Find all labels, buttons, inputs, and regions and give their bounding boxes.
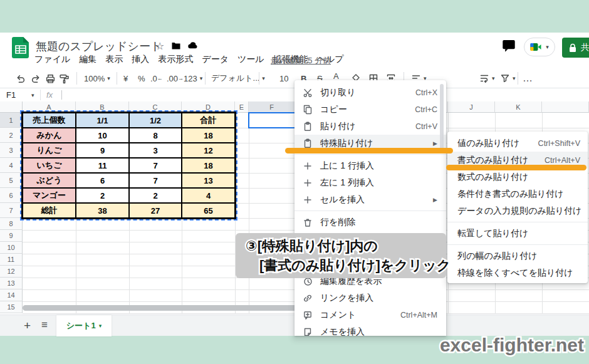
menu-item-7[interactable]: ツール bbox=[233, 54, 269, 65]
column-header-K[interactable]: K bbox=[495, 101, 542, 113]
table-cell-r7c1[interactable]: 総計 bbox=[23, 203, 76, 218]
table-cell-r7c3[interactable]: 27 bbox=[129, 203, 182, 218]
table-cell-r6c4[interactable]: 4 bbox=[182, 188, 235, 203]
table-cell-r1c3[interactable]: 1/2 bbox=[129, 113, 182, 128]
menu-item-6[interactable]: データ bbox=[197, 54, 233, 65]
submenu-item-数式のみ貼り付け[interactable]: 数式のみ貼り付け bbox=[447, 169, 588, 185]
table-cell-r7c2[interactable]: 38 bbox=[76, 203, 129, 218]
undo-button[interactable] bbox=[15, 71, 26, 85]
last-edit-link[interactable]: 最終編集: 5 分前 bbox=[271, 55, 331, 66]
submenu-item-データの入力規則のみ貼り付け[interactable]: データの入力規則のみ貼り付け bbox=[447, 202, 588, 219]
table-cell-r6c3[interactable]: 2 bbox=[129, 188, 182, 203]
submenu-item-値のみ貼り付け[interactable]: 値のみ貼り付けCtrl+Shift+V bbox=[447, 135, 588, 152]
add-sheet-icon[interactable]: + bbox=[24, 319, 31, 333]
menu-item-5[interactable]: 表示形式 bbox=[154, 54, 197, 65]
zoom-select[interactable]: 100%▾ bbox=[84, 71, 110, 85]
table-cell-r4c3[interactable]: 7 bbox=[129, 158, 182, 173]
row-header-9[interactable]: 9 bbox=[0, 230, 23, 242]
menu-item-行を削除[interactable]: 行を削除 bbox=[294, 214, 446, 231]
format-currency-button[interactable]: ¥ bbox=[123, 71, 128, 85]
submenu-item-列の幅のみ貼り付け[interactable]: 列の幅のみ貼り付け bbox=[447, 247, 588, 264]
row-header-14[interactable]: 14 bbox=[0, 289, 23, 301]
row-header-11[interactable]: 11 bbox=[0, 254, 23, 266]
paint-format-button[interactable] bbox=[59, 71, 70, 85]
table-cell-r4c1[interactable]: いちご bbox=[23, 158, 76, 173]
table-cell-r5c1[interactable]: ぶどう bbox=[23, 173, 76, 188]
row-header-12[interactable]: 12 bbox=[0, 266, 23, 278]
column-header[interactable] bbox=[542, 101, 589, 113]
column-header-F[interactable]: F bbox=[249, 101, 295, 113]
font-select[interactable]: デフォルト...▾ bbox=[211, 71, 265, 85]
table-cell-r3c1[interactable]: りんご bbox=[23, 143, 76, 158]
document-title[interactable]: 無題のスプレッドシート bbox=[36, 39, 162, 54]
menu-item-リンクを挿入[interactable]: リンクを挿入 bbox=[294, 289, 446, 306]
all-sheets-icon[interactable]: ≡ bbox=[41, 319, 48, 331]
table-cell-r6c1[interactable]: マンゴー bbox=[23, 188, 76, 203]
table-cell-r2c2[interactable]: 10 bbox=[76, 128, 129, 143]
share-button[interactable]: 共有 bbox=[562, 38, 589, 58]
submenu-item-転置して貼り付け[interactable]: 転置して貼り付け bbox=[447, 225, 588, 242]
row-header-4[interactable]: 4 bbox=[0, 158, 23, 173]
more-formats-button[interactable]: 123▾ bbox=[184, 71, 202, 85]
star-icon[interactable]: ☆ bbox=[155, 40, 164, 52]
submenu-item-条件付き書式のみ貼り付け[interactable]: 条件付き書式のみ貼り付け bbox=[447, 185, 588, 202]
table-cell-r4c2[interactable]: 11 bbox=[76, 158, 129, 173]
grid-corner[interactable] bbox=[0, 101, 23, 113]
menu-item-コメント[interactable]: コメントCtrl+Alt+M bbox=[294, 306, 446, 323]
row-header-2[interactable]: 2 bbox=[0, 128, 23, 143]
row-header-1[interactable]: 1 bbox=[0, 113, 23, 128]
table-cell-r2c3[interactable]: 8 bbox=[129, 128, 182, 143]
row-header-7[interactable]: 7 bbox=[0, 203, 23, 218]
menu-item-3[interactable]: 表示 bbox=[101, 54, 127, 65]
selected-cell-f1[interactable] bbox=[248, 112, 296, 128]
table-cell-r6c2[interactable]: 2 bbox=[76, 188, 129, 203]
decrease-decimal-button[interactable]: .0← bbox=[150, 71, 163, 85]
row-header-13[interactable]: 13 bbox=[0, 278, 23, 289]
row-header-6[interactable]: 6 bbox=[0, 188, 23, 203]
menu-item-セルを挿入[interactable]: セルを挿入▶ bbox=[294, 191, 446, 208]
more-toolbar-button[interactable]: … bbox=[523, 71, 533, 85]
table-cell-r4c4[interactable]: 18 bbox=[182, 158, 235, 173]
table-cell-r3c2[interactable]: 9 bbox=[76, 143, 129, 158]
table-cell-r5c2[interactable]: 6 bbox=[76, 173, 129, 188]
row-header-15[interactable]: 15 bbox=[0, 301, 23, 313]
print-button[interactable] bbox=[45, 71, 56, 85]
table-cell-r1c4[interactable]: 合計 bbox=[182, 113, 235, 128]
submenu-item-枠線を除くすべてを貼り付け[interactable]: 枠線を除くすべてを貼り付け bbox=[447, 264, 588, 281]
table-cell-r1c2[interactable]: 1/1 bbox=[76, 113, 129, 128]
wrap-text-button[interactable]: ▾ bbox=[479, 71, 495, 85]
row-header-5[interactable]: 5 bbox=[0, 173, 23, 188]
table-cell-r2c1[interactable]: みかん bbox=[23, 128, 76, 143]
row-header-3[interactable]: 3 bbox=[0, 143, 23, 158]
menu-item-切り取り[interactable]: 切り取りCtrl+X bbox=[294, 84, 446, 101]
table-cell-r1c1[interactable]: 売上個数 bbox=[23, 113, 76, 128]
row-header-8[interactable]: 8 bbox=[0, 218, 23, 230]
menu-item-貼り付け[interactable]: 貼り付けCtrl+V bbox=[294, 118, 446, 135]
menu-item-メモを挿入[interactable]: メモを挿入 bbox=[294, 323, 446, 336]
table-cell-r3c3[interactable]: 3 bbox=[129, 143, 182, 158]
meet-button[interactable]: ▾ bbox=[524, 38, 555, 56]
menu-item-1[interactable]: ファイル bbox=[30, 54, 75, 65]
table-cell-r7c4[interactable]: 65 bbox=[182, 203, 235, 218]
table-cell-r5c3[interactable]: 7 bbox=[129, 173, 182, 188]
redo-button[interactable] bbox=[31, 71, 41, 85]
menu-item-4[interactable]: 挿入 bbox=[127, 54, 154, 65]
table-cell-r2c4[interactable]: 18 bbox=[182, 128, 235, 143]
formula-cursor[interactable] bbox=[61, 90, 62, 100]
filter-button[interactable]: ▾ bbox=[500, 71, 516, 85]
sheet-tab[interactable]: シート1 ▾ bbox=[56, 315, 112, 336]
font-size-select[interactable]: 10 bbox=[279, 71, 288, 85]
format-percent-button[interactable]: % bbox=[138, 71, 145, 85]
chevron-down-icon[interactable]: ▾ bbox=[31, 92, 34, 98]
menu-item-上に 1 行挿入[interactable]: 上に 1 行挿入 bbox=[294, 157, 446, 174]
name-box[interactable]: F1 bbox=[6, 90, 16, 100]
comment-history-icon[interactable] bbox=[501, 39, 516, 53]
table-cell-r3c4[interactable]: 12 bbox=[182, 143, 235, 158]
menu-item-コピー[interactable]: コピーCtrl+C bbox=[294, 101, 446, 118]
move-folder-icon[interactable] bbox=[170, 41, 182, 50]
column-header-J[interactable]: J bbox=[448, 101, 495, 113]
menu-item-2[interactable]: 編集 bbox=[75, 54, 101, 65]
menu-scrollbar[interactable] bbox=[440, 84, 444, 150]
menu-item-左に 1 列挿入[interactable]: 左に 1 列挿入 bbox=[294, 174, 446, 191]
row-header-10[interactable]: 10 bbox=[0, 242, 23, 254]
